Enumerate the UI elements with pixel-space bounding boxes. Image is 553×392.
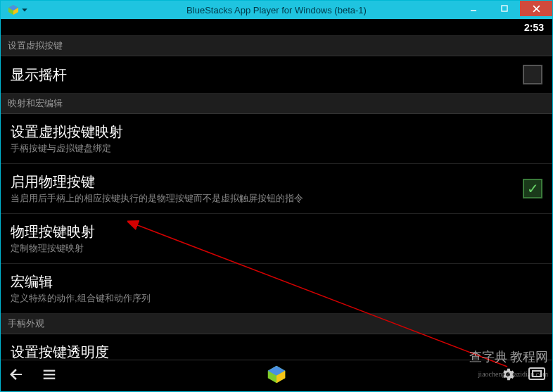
section-appearance: 手柄外观 [1,314,552,334]
fullscreen-icon[interactable] [528,367,545,384]
row-title: 设置虚拟按键映射 [11,122,542,141]
row-title: 显示摇杆 [11,65,523,84]
svg-rect-15 [533,371,541,377]
row-title: 设置按键透明度 [11,343,542,360]
enable-physical-checkbox[interactable]: ✓ [523,179,542,198]
svg-rect-9 [44,374,56,375]
menu-icon[interactable] [42,367,57,385]
close-button[interactable] [520,1,552,16]
clock: 2:53 [524,22,544,33]
maximize-button[interactable] [489,1,520,16]
home-icon[interactable] [267,374,286,386]
svg-marker-3 [22,8,27,11]
section-mapping: 映射和宏编辑 [1,94,552,114]
row-title: 宏编辑 [11,272,542,291]
svg-rect-5 [502,6,507,11]
row-macro-edit[interactable]: 宏编辑 定义特殊的动作,组合键和动作序列 [1,264,552,314]
svg-rect-14 [529,368,545,379]
settings-icon[interactable] [500,367,516,385]
window-titlebar: BlueStacks App Player for Windows (beta-… [1,1,552,19]
row-sub: 当启用后手柄上的相应按键执行的是物理按键而不是虚拟触屏按钮的指令 [11,192,523,205]
row-opacity[interactable]: 设置按键透明度 [1,334,552,360]
svg-rect-10 [44,378,56,379]
back-icon[interactable] [8,366,25,386]
row-sub: 定义特殊的动作,组合键和动作序列 [11,292,542,305]
row-physical-mapping[interactable]: 物理按键映射 定制物理按键映射 [1,214,552,264]
row-show-joystick[interactable]: 显示摇杆 [1,56,552,94]
bluestacks-logo-icon [8,4,19,15]
settings-content: 设置虚拟按键 显示摇杆 映射和宏编辑 设置虚拟按键映射 手柄按键与虚拟键盘绑定 … [1,36,552,360]
screen-header: 设置虚拟按键 [1,36,552,56]
row-virtual-mapping[interactable]: 设置虚拟按键映射 手柄按键与虚拟键盘绑定 [1,114,552,164]
row-enable-physical[interactable]: 启用物理按键 当启用后手柄上的相应按键执行的是物理按键而不是虚拟触屏按钮的指令 … [1,164,552,214]
show-joystick-checkbox[interactable] [523,65,542,84]
row-title: 物理按键映射 [11,222,542,241]
row-sub: 手柄按键与虚拟键盘绑定 [11,142,542,155]
dropdown-icon[interactable] [21,4,28,15]
bottom-nav [1,360,552,391]
row-title: 启用物理按键 [11,172,523,191]
minimize-button[interactable] [458,1,489,16]
row-sub: 定制物理按键映射 [11,242,542,255]
status-bar: 2:53 [1,19,552,36]
svg-rect-8 [44,370,56,372]
